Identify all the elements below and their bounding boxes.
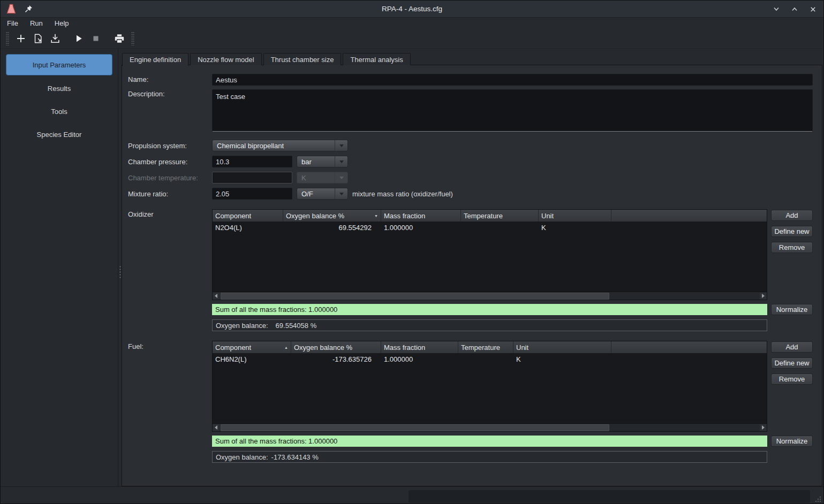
scrollbar-thumb[interactable] [221,424,609,431]
propulsion-system-value: Chemical bipropellant [213,142,335,150]
fuel-remove-button[interactable]: Remove [771,373,813,385]
chamber-temperature-input [212,172,292,184]
run-button[interactable] [71,31,86,46]
column-header-mass-fraction[interactable]: Mass fraction [381,210,461,222]
column-header-mass-fraction[interactable]: Mass fraction [381,341,458,353]
tab-label: Thrust chamber size [271,56,334,64]
close-icon [809,5,817,13]
oxidizer-define-new-button[interactable]: Define new [771,226,813,237]
table-row[interactable]: CH6N2(L) -173.635726 1.000000 K [213,353,767,365]
oxidizer-add-button[interactable]: Add [771,210,813,221]
oxidizer-table-hscrollbar[interactable] [213,292,767,300]
sidebar-item-results[interactable]: Results [1,77,118,100]
toolbar-drag-handle[interactable] [6,32,9,45]
cell-temperature[interactable] [458,353,513,365]
tab-bar: Engine definition Nozzle flow model Thru… [122,53,411,66]
fuel-table-hscrollbar[interactable] [213,423,767,431]
cell-mass-fraction[interactable]: 1.000000 [381,353,458,365]
cell-component[interactable]: N2O4(L) [213,222,283,234]
name-input[interactable] [212,74,813,86]
sidebar-item-tools[interactable]: Tools [1,100,118,123]
play-icon [74,34,84,43]
name-label: Name: [128,75,148,83]
oxidizer-table-header: Component Oxygen balance %▼ Mass fractio… [213,210,767,222]
fuel-sum-banner: Sum of all the mass fractions: 1.000000 [212,436,767,447]
new-document-button[interactable] [13,31,28,46]
sidebar-item-input-parameters[interactable]: Input Parameters [6,54,112,75]
stop-button[interactable] [88,31,103,46]
menu-file[interactable]: File [7,19,18,27]
cell-mass-fraction[interactable]: 1.000000 [381,222,461,234]
oxygen-balance-label: Oxygen balance: [216,453,268,461]
menu-help[interactable]: Help [55,19,69,27]
sidebar-item-label: Input Parameters [33,61,86,69]
cell-oxygen-balance[interactable]: 69.554292 [283,222,381,234]
open-file-button[interactable] [31,31,46,46]
column-header-component[interactable]: Component [213,210,283,222]
table-row[interactable]: N2O4(L) 69.554292 1.000000 K [213,222,767,234]
fuel-normalize-button[interactable]: Normalize [771,436,813,447]
chevron-up-icon [790,5,799,13]
cell-component[interactable]: CH6N2(L) [213,353,291,365]
cell-oxygen-balance[interactable]: -173.635726 [291,353,381,365]
maximize-button[interactable] [789,4,800,14]
chamber-temperature-unit-select: K [297,172,348,184]
scroll-left-icon[interactable] [213,424,220,431]
toolbar-drag-handle-2[interactable] [131,32,134,45]
sidebar-item-label: Results [48,85,71,93]
column-header-component[interactable]: Component▲ [213,341,291,353]
menu-run[interactable]: Run [30,19,43,27]
chamber-pressure-input[interactable] [212,156,292,167]
chevron-down-icon [772,5,781,13]
chevron-down-icon [335,140,347,151]
tab-engine-definition[interactable]: Engine definition [122,53,188,66]
fuel-add-button[interactable]: Add [771,341,813,353]
fuel-table: Component▲ Oxygen balance % Mass fractio… [212,341,767,432]
printer-icon [114,33,125,44]
propulsion-system-select[interactable]: Chemical bipropellant [212,140,348,151]
chamber-pressure-unit-select[interactable]: bar [297,156,348,167]
chevron-down-icon [335,188,347,199]
fuel-table-header: Component▲ Oxygen balance % Mass fractio… [213,341,767,353]
scroll-right-icon[interactable] [760,424,767,431]
print-button[interactable] [112,31,127,46]
scrollbar-thumb[interactable] [221,293,609,300]
column-header-unit[interactable]: Unit [513,341,611,353]
cell-temperature[interactable] [461,222,539,234]
scroll-right-icon[interactable] [760,293,767,300]
description-input[interactable]: Test case [212,89,813,132]
column-header-oxygen-balance[interactable]: Oxygen balance %▼ [283,210,381,222]
sidebar: Input Parameters Results Tools Species E… [1,49,118,486]
status-field[interactable] [409,490,810,503]
column-header-temperature[interactable]: Temperature [458,341,513,353]
sidebar-item-label: Species Editor [37,131,82,139]
close-button[interactable] [807,4,818,14]
tab-thermal-analysis[interactable]: Thermal analysis [343,53,410,65]
fuel-define-new-button[interactable]: Define new [771,357,813,369]
status-bar [1,486,823,504]
oxidizer-remove-button[interactable]: Remove [771,242,813,253]
tab-thrust-chamber-size[interactable]: Thrust chamber size [263,53,342,65]
save-file-button[interactable] [48,31,63,46]
oxidizer-normalize-button[interactable]: Normalize [771,304,813,315]
mixture-ratio-input[interactable] [212,188,292,200]
sidebar-item-species-editor[interactable]: Species Editor [1,123,118,146]
window-title: RPA-4 - Aestus.cfg [1,5,823,13]
tab-nozzle-flow-model[interactable]: Nozzle flow model [190,53,262,65]
title-bar: RPA-4 - Aestus.cfg [1,1,823,18]
column-header-temperature[interactable]: Temperature [461,210,539,222]
propulsion-system-label: Propulsion system: [128,142,187,150]
column-header-unit[interactable]: Unit [539,210,611,222]
sort-desc-icon: ▼ [374,214,378,218]
scroll-left-icon[interactable] [213,293,220,300]
resize-grip-icon[interactable] [814,495,822,503]
column-header-oxygen-balance[interactable]: Oxygen balance % [291,341,381,353]
fuel-oxygen-balance-box: Oxygen balance: -173.634143 % [212,451,767,463]
save-icon [50,33,61,44]
chevron-down-icon [335,172,347,183]
tab-label: Engine definition [130,56,181,64]
cell-unit[interactable]: K [513,353,611,365]
mixture-ratio-unit-select[interactable]: O/F [297,188,348,200]
minimize-button[interactable] [771,4,782,14]
cell-unit[interactable]: K [539,222,611,234]
